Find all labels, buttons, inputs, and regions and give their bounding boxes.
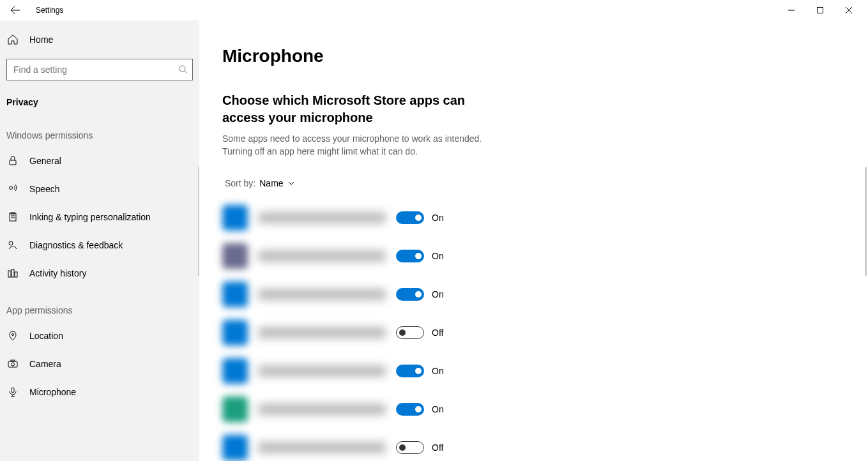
- titlebar: Settings: [0, 0, 868, 20]
- search-icon[interactable]: [179, 65, 188, 74]
- sidebar-item-inking[interactable]: Inking & typing personalization: [0, 203, 199, 231]
- app-name-blurred: [258, 327, 386, 338]
- app-icon: [222, 320, 248, 345]
- app-row: Off: [222, 428, 845, 461]
- svg-point-1: [179, 66, 185, 72]
- section-description: Some apps need to access your microphone…: [222, 133, 503, 158]
- main-content: Microphone Choose which Microsoft Store …: [199, 20, 868, 461]
- app-name-blurred: [258, 212, 386, 223]
- app-icon: [222, 243, 248, 269]
- sort-label: Sort by:: [225, 178, 255, 188]
- sidebar-item-activity[interactable]: Activity history: [0, 259, 199, 287]
- app-toggle[interactable]: [396, 441, 424, 454]
- search-input[interactable]: [6, 59, 193, 80]
- svg-rect-4: [10, 213, 16, 221]
- svg-point-10: [12, 334, 14, 336]
- app-row: On: [222, 199, 845, 237]
- sidebar-item-label: Diagnostics & feedback: [29, 240, 123, 250]
- svg-rect-7: [8, 271, 11, 277]
- app-title: Settings: [36, 6, 63, 15]
- sidebar-item-speech[interactable]: Speech: [0, 175, 199, 203]
- sidebar-item-general[interactable]: General: [0, 147, 199, 175]
- close-icon: [846, 7, 852, 13]
- app-icon: [222, 205, 248, 230]
- svg-point-12: [11, 363, 15, 366]
- page-title: Microphone: [222, 46, 845, 66]
- sidebar-item-microphone[interactable]: Microphone: [0, 378, 199, 406]
- sidebar: Home Privacy Windows permissions General: [0, 20, 199, 461]
- sort-value: Name: [259, 178, 283, 188]
- sidebar-item-label: Inking & typing personalization: [29, 212, 151, 222]
- camera-icon: [6, 358, 19, 370]
- sidebar-item-location[interactable]: Location: [0, 322, 199, 350]
- app-row: On: [222, 390, 845, 428]
- back-arrow-icon: [10, 5, 20, 15]
- toggle-state-label: On: [432, 213, 444, 223]
- app-name-blurred: [258, 289, 386, 300]
- app-toggle[interactable]: [396, 326, 424, 339]
- minimize-button[interactable]: [777, 0, 805, 20]
- app-row: Off: [222, 314, 845, 352]
- toggle-state-label: On: [432, 404, 444, 414]
- speech-icon: [6, 183, 19, 195]
- clipboard-icon: [6, 211, 19, 223]
- svg-rect-2: [10, 160, 16, 165]
- app-toggle[interactable]: [396, 211, 424, 224]
- app-icon: [222, 435, 248, 460]
- app-row: On: [222, 352, 845, 390]
- sidebar-item-label: Speech: [29, 184, 59, 194]
- lock-icon: [6, 155, 19, 167]
- svg-point-6: [9, 241, 13, 245]
- sidebar-group-windows-permissions: Windows permissions: [0, 112, 199, 147]
- sidebar-home[interactable]: Home: [0, 26, 199, 54]
- microphone-icon: [6, 386, 19, 398]
- sidebar-item-label: Camera: [29, 359, 61, 369]
- svg-rect-9: [15, 272, 17, 277]
- svg-point-3: [10, 186, 13, 190]
- app-name-blurred: [258, 365, 386, 377]
- main-scrollbar[interactable]: [865, 167, 867, 276]
- sidebar-item-diagnostics[interactable]: Diagnostics & feedback: [0, 231, 199, 259]
- sidebar-item-label: General: [29, 156, 61, 166]
- sidebar-home-label: Home: [29, 34, 53, 45]
- app-name-blurred: [258, 404, 386, 415]
- toggle-state-label: On: [432, 251, 444, 261]
- toggle-state-label: Off: [432, 442, 443, 453]
- app-icon: [222, 358, 248, 384]
- maximize-icon: [817, 7, 823, 13]
- app-toggle[interactable]: [396, 403, 424, 416]
- toggle-state-label: On: [432, 289, 444, 299]
- activity-icon: [6, 267, 19, 280]
- app-toggle[interactable]: [396, 250, 424, 262]
- maximize-button[interactable]: [805, 0, 834, 20]
- feedback-icon: [6, 239, 19, 252]
- sidebar-item-label: Activity history: [29, 268, 86, 278]
- app-row: On: [222, 237, 845, 275]
- toggle-state-label: Off: [432, 328, 443, 338]
- svg-rect-13: [11, 360, 15, 361]
- app-name-blurred: [258, 250, 386, 262]
- svg-rect-0: [817, 8, 823, 13]
- app-toggle[interactable]: [396, 288, 424, 301]
- location-icon: [6, 329, 19, 342]
- chevron-down-icon: [287, 179, 295, 187]
- back-button[interactable]: [5, 0, 26, 20]
- sort-by-dropdown[interactable]: Sort by: Name: [222, 178, 845, 188]
- svg-rect-8: [11, 269, 14, 277]
- toggle-state-label: On: [432, 366, 444, 376]
- sidebar-item-label: Location: [29, 331, 63, 341]
- app-toggle[interactable]: [396, 365, 424, 377]
- sidebar-category: Privacy: [0, 91, 199, 112]
- app-icon: [222, 397, 248, 422]
- sidebar-item-camera[interactable]: Camera: [0, 350, 199, 378]
- section-title: Choose which Microsoft Store apps can ac…: [222, 92, 503, 126]
- minimize-icon: [788, 7, 795, 13]
- app-icon: [222, 282, 248, 307]
- app-row: On: [222, 275, 845, 314]
- svg-rect-11: [8, 361, 17, 367]
- app-list: OnOnOnOffOnOnOff: [222, 199, 845, 461]
- close-button[interactable]: [834, 0, 863, 20]
- sidebar-item-label: Microphone: [29, 387, 76, 397]
- app-name-blurred: [258, 442, 386, 453]
- svg-rect-14: [11, 388, 14, 393]
